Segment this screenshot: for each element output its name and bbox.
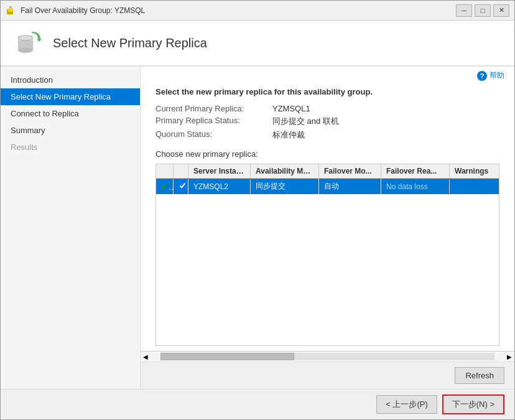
field-label-1: Primary Replica Status: (155, 116, 267, 127)
scroll-right-btn[interactable]: ▶ (504, 353, 514, 360)
title-bar: Fail Over Availability Group: YZMSQL ─ □… (1, 1, 514, 21)
page-title: Select New Primary Replica (53, 36, 207, 50)
th-avail: Availability Mo... (251, 164, 319, 178)
main-window: Fail Over Availability Group: YZMSQL ─ □… (0, 0, 515, 420)
row-checkbox[interactable] (179, 182, 187, 190)
th-fail: Failover Mo... (319, 164, 381, 178)
field-value-1: 同步提交 and 联机 (272, 116, 499, 127)
window-icon (6, 6, 16, 16)
sidebar-item-connect-to-replica[interactable]: Connect to Replica (1, 105, 140, 122)
svg-point-5 (18, 48, 33, 53)
button-row: Refresh (141, 362, 514, 389)
td-warn (450, 184, 499, 189)
window-title: Fail Over Availability Group: YZMSQL (21, 6, 145, 15)
sidebar-item-introduction[interactable]: Introduction (1, 72, 140, 88)
help-link[interactable]: ? 帮助 (477, 70, 504, 81)
bottom-bar: < 上一步(P) 下一步(N) > (1, 389, 514, 419)
failover-icon (13, 28, 43, 58)
instruction-text: Select the new primary replica for this … (155, 87, 499, 96)
replica-table: Server Instance Availability Mo... Failo… (155, 164, 499, 346)
td-checkbox[interactable] (174, 179, 188, 194)
prev-button[interactable]: < 上一步(P) (376, 395, 437, 414)
title-bar-left: Fail Over Availability Group: YZMSQL (6, 6, 145, 16)
window-controls: ─ □ ✕ (456, 4, 509, 17)
main-content: Introduction Select New Primary Replica … (1, 67, 514, 389)
field-label-0: Current Primary Replica: (155, 104, 267, 113)
th-frea: Failover Rea... (381, 164, 450, 178)
svg-point-4 (18, 35, 33, 40)
td-status: ✔ (156, 179, 174, 194)
scroll-left-btn[interactable]: ◀ (141, 353, 151, 360)
next-button[interactable]: 下一步(N) > (442, 394, 504, 414)
field-label-2: Quorum Status: (155, 129, 267, 141)
td-fail: 自动 (319, 179, 381, 194)
field-value-0: YZMSQL1 (272, 104, 499, 113)
th-check (174, 164, 188, 178)
help-row: ? 帮助 (141, 67, 514, 82)
help-label: 帮助 (489, 70, 504, 81)
table-row[interactable]: ✔ YZMSQL2 同步提交 自动 No data loss 补 (156, 179, 499, 194)
th-warn: Warnings (450, 164, 499, 178)
minimize-button[interactable]: ─ (456, 4, 472, 17)
refresh-button[interactable]: Refresh (455, 367, 504, 384)
close-button[interactable]: ✕ (493, 4, 509, 17)
help-circle-icon: ? (477, 71, 487, 81)
restore-button[interactable]: □ (475, 4, 491, 17)
td-avail: 同步提交 (251, 179, 319, 194)
table-header: Server Instance Availability Mo... Failo… (156, 164, 499, 179)
content-area: Select the new primary replica for this … (141, 82, 514, 351)
scroll-area: ◀ ▶ (141, 351, 514, 362)
scroll-track[interactable] (160, 353, 494, 360)
td-server: YZMSQL2 (188, 180, 251, 194)
header-area: Select New Primary Replica (1, 21, 514, 67)
sidebar-item-summary[interactable]: Summary (1, 122, 140, 139)
th-server: Server Instance (188, 164, 251, 178)
right-panel: ? 帮助 Select the new primary replica for … (141, 67, 514, 389)
svg-rect-1 (8, 8, 13, 12)
sidebar-item-results: Results (1, 139, 140, 156)
sidebar-item-select-new-primary-replica[interactable]: Select New Primary Replica (1, 88, 140, 105)
info-grid: Current Primary Replica: YZMSQL1 Primary… (155, 104, 499, 141)
td-frea[interactable]: No data loss (381, 180, 450, 194)
table-body: ✔ YZMSQL2 同步提交 自动 No data loss 补 (156, 179, 499, 345)
field-value-2: 标准仲裁 (272, 129, 499, 141)
check-icon: ✔ (161, 182, 174, 192)
th-status (156, 164, 174, 178)
scroll-thumb (160, 353, 294, 360)
sidebar: Introduction Select New Primary Replica … (1, 67, 141, 389)
choose-label: Choose new primary replica: (155, 149, 499, 159)
